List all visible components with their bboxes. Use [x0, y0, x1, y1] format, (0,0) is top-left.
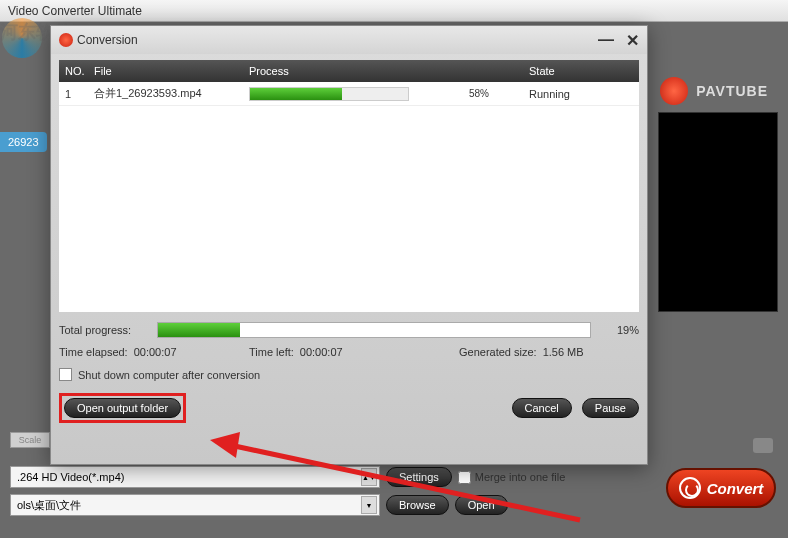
dialog-buttons: Open output folder Cancel Pause — [59, 393, 639, 423]
convert-button[interactable]: Convert — [666, 468, 776, 508]
brand-logo: PAVTUBE — [660, 77, 768, 105]
generated-label: Generated size: — [459, 346, 537, 358]
dialog-titlebar: Conversion — ✕ — [51, 26, 647, 54]
close-icon[interactable]: ✕ — [626, 31, 639, 50]
output-path-value: ols\桌面\文件 — [17, 498, 81, 513]
cancel-button[interactable]: Cancel — [512, 398, 572, 418]
browse-button[interactable]: Browse — [386, 495, 449, 515]
open-button[interactable]: Open — [455, 495, 508, 515]
table-body: 1 合并1_26923593.mp4 58% Running — [59, 82, 639, 312]
total-progress-percent: 19% — [599, 324, 639, 336]
generated-value: 1.56 MB — [543, 346, 584, 358]
timeleft-label: Time left: — [249, 346, 294, 358]
merge-label: Merge into one file — [475, 471, 566, 483]
elapsed-value: 00:00:07 — [134, 346, 177, 358]
row-progress-fill — [250, 88, 342, 100]
format-dropdown[interactable]: .264 HD Video(*.mp4) ▲▼ — [10, 466, 380, 488]
preview-panel — [658, 112, 778, 312]
elapsed-label: Time elapsed: — [59, 346, 128, 358]
output-path-dropdown[interactable]: ols\桌面\文件 ▼ — [10, 494, 380, 516]
main-title: Video Converter Ultimate — [8, 4, 142, 18]
row-progress-bar — [249, 87, 409, 101]
col-header-process: Process — [249, 65, 529, 77]
merge-option: Merge into one file — [458, 471, 566, 484]
convert-label: Convert — [707, 480, 764, 497]
brand-text: PAVTUBE — [696, 83, 768, 99]
brand-icon — [660, 77, 688, 105]
minimize-icon[interactable]: — — [598, 31, 614, 50]
cell-no: 1 — [59, 88, 94, 100]
shutdown-checkbox[interactable] — [59, 368, 72, 381]
timeleft-value: 00:00:07 — [300, 346, 343, 358]
shutdown-row: Shut down computer after conversion — [59, 368, 639, 381]
time-row: Time elapsed: 00:00:07 Time left: 00:00:… — [59, 346, 639, 358]
cell-file: 合并1_26923593.mp4 — [94, 86, 249, 101]
col-header-no: NO. — [59, 65, 94, 77]
open-output-folder-button[interactable]: Open output folder — [64, 398, 181, 418]
col-header-state: State — [529, 65, 639, 77]
table-header: NO. File Process State — [59, 60, 639, 82]
main-titlebar: Video Converter Ultimate — [0, 0, 788, 22]
conversion-dialog: Conversion — ✕ NO. File Process State 1 … — [50, 25, 648, 465]
shutdown-label: Shut down computer after conversion — [78, 369, 260, 381]
dropdown-arrow-icon[interactable]: ▲▼ — [361, 468, 377, 486]
table-row[interactable]: 1 合并1_26923593.mp4 58% Running — [59, 82, 639, 106]
total-progress-row: Total progress: 19% — [59, 322, 639, 338]
format-value: .264 HD Video(*.mp4) — [17, 471, 124, 483]
col-header-file: File — [94, 65, 249, 77]
scale-button[interactable]: Scale — [10, 432, 50, 448]
total-progress-label: Total progress: — [59, 324, 149, 336]
open-folder-highlight: Open output folder — [59, 393, 186, 423]
dialog-title-text: Conversion — [77, 33, 138, 47]
dropdown-arrow-icon[interactable]: ▼ — [361, 496, 377, 514]
dialog-icon — [59, 33, 73, 47]
camera-icon[interactable] — [753, 438, 773, 453]
convert-icon — [679, 477, 701, 499]
pause-button[interactable]: Pause — [582, 398, 639, 418]
cell-process: 58% — [249, 87, 529, 101]
total-progress-fill — [158, 323, 240, 337]
settings-button[interactable]: Settings — [386, 467, 452, 487]
cell-state: Running — [529, 88, 639, 100]
side-tag: 26923 — [0, 132, 47, 152]
merge-checkbox[interactable] — [458, 471, 471, 484]
total-progress-bar — [157, 322, 591, 338]
row-progress-text: 58% — [469, 88, 489, 99]
